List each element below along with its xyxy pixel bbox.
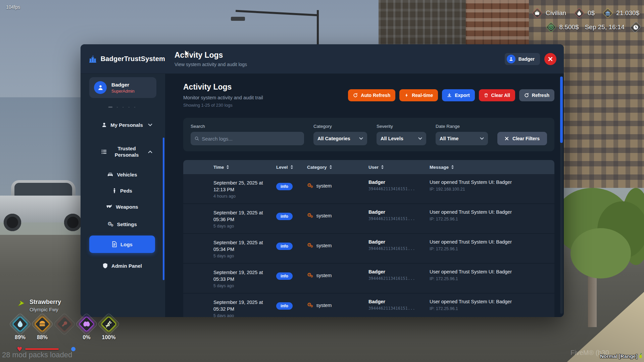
date-range-select[interactable]: All Time [436,132,488,145]
lightning-icon [404,93,409,98]
panel-body: Badger SuperAdmin - - - -My PersonalsTru… [81,74,564,317]
table-row: September 19, 2025 at05:32 PM5 days agoi… [183,294,554,317]
level-badge: info [276,213,293,220]
log-user: Badger [368,179,430,185]
page-title: Activity Logs [175,51,505,60]
auto-refresh-button[interactable]: Auto Refresh [348,89,395,101]
category-select[interactable]: All Categories [313,132,367,145]
log-time: 05:34 PM [213,246,276,253]
dirty-money-value: 8.500$ [559,23,579,31]
dash-icon [107,104,113,110]
sidebar-item-admin-panel[interactable]: Admin Panel [89,258,155,273]
list-icon [101,149,107,155]
showing-count: Showing 1-25 of 230 logs [183,103,263,108]
log-ago: 5 days ago [213,283,276,288]
sidebar-item-label: - - - - [117,105,137,109]
log-ip: IP: 172.25.96.1 [430,276,554,281]
severity-label: Severity [377,124,426,129]
logs-table: Time Level Category User Message Septemb… [183,160,554,317]
sidebar-item-settings[interactable]: ⚙⚙Settings [89,217,155,231]
log-user-id: 3944462113416151... [368,306,430,311]
chevron-down-icon [480,137,484,140]
search-input[interactable] [201,136,300,142]
sort-level[interactable]: Level [276,165,307,170]
sidebar-item-weapons[interactable]: Weapons [89,200,155,213]
sidebar-item-dashboard[interactable]: - - - - [89,102,155,112]
log-date: September 19, 2025 at [213,269,276,276]
clear-filters-button[interactable]: Clear Filters [497,132,547,145]
chevron-up-icon [148,150,152,153]
content-scrollbar-track [560,76,563,314]
refresh-icon [524,93,529,98]
gears-icon: ⚙⚙ [307,183,313,189]
log-ago: 5 days ago [213,224,276,228]
button-label: Refresh [532,93,549,98]
street-name: Olympic Fwy [30,307,61,312]
fps-counter: 104fps [6,4,20,10]
log-ago: 5 days ago [213,254,276,258]
droplet-icon [11,315,29,333]
sort-icon [226,165,229,169]
sort-user[interactable]: User [368,165,430,170]
sidebar-item-my-personals[interactable]: My Personals [89,117,155,132]
sidebar-item-logs[interactable]: Logs [89,236,155,253]
dirty-money-indicator: $ 8.500$ [546,22,579,32]
sidebar-item-peds[interactable]: Peds [89,184,155,197]
street-lamp-pole [317,10,319,46]
sidebar-item-vehicles[interactable]: Vehicles [89,168,155,181]
category-label: Category [313,124,367,129]
location-indicator: Strawberry Olympic Fwy [17,299,61,312]
sidebar-nav: - - - -My PersonalsTrusted PersonalsVehi… [81,102,165,273]
log-message: User opened Trust System UI: Badger [430,239,554,245]
log-date: September 19, 2025 at [213,209,276,216]
refresh-button[interactable]: Refresh [519,89,554,101]
sidebar-item-label: Admin Panel [111,263,142,269]
sort-time[interactable]: Time [213,165,276,170]
clock-icon [631,21,641,33]
content-scrollbar-thumb[interactable] [560,76,563,143]
close-icon [548,57,553,61]
log-date: September 19, 2025 at [213,239,276,246]
sidebar-item-label: Settings [117,221,137,227]
content-subtitle: Monitor system activity and audit trail [183,95,263,100]
sort-message[interactable]: Message [430,165,554,170]
building-dark [379,0,468,47]
sidebar-user-role: SuperAdmin [111,89,135,94]
export-button[interactable]: Export [442,89,475,101]
file-icon [112,241,117,247]
sort-category[interactable]: Category [307,165,368,170]
sidebar-scrollbar-thumb[interactable] [163,138,164,280]
health-meter [25,348,59,350]
action-buttons: Auto Refresh Real-time Export Clear [348,89,554,101]
table-row: September 19, 2025 at05:33 PM5 days agoi… [183,264,554,294]
close-button[interactable] [544,53,556,65]
button-label: Export [455,93,469,98]
page-subtitle: View system activity and audit logs [175,62,505,67]
clear-all-button[interactable]: Clear All [479,89,515,101]
stat-brain: 0% [78,315,95,341]
log-category: system [316,243,332,248]
gears-icon: ⚙⚙ [307,302,313,308]
real-time-button[interactable]: Real-time [399,89,438,101]
severity-select[interactable]: All Levels [377,132,426,145]
sidebar-user-card[interactable]: Badger SuperAdmin [89,77,156,98]
panel-controls: Badger [505,53,564,65]
log-category: system [316,183,332,189]
log-time: 05:32 PM [213,306,276,312]
search-label: Search [191,124,304,129]
car-icon [107,172,113,177]
download-icon [447,93,452,98]
gears-icon: ⚙⚙ [307,272,313,278]
log-category: system [316,273,332,278]
log-ip: IP: 172.25.96.1 [430,217,554,221]
person-icon [101,122,107,128]
gears-icon: ⚙⚙ [307,243,313,248]
user-menu-button[interactable]: Badger [505,53,540,65]
severity-group: Severity All Levels [377,124,426,145]
zone-name: Strawberry [30,299,61,306]
sidebar-item-trusted-personals[interactable]: Trusted Personals [89,141,155,162]
log-ip: IP: 172.25.96.1 [430,306,554,311]
ped-icon [112,188,117,194]
gears-icon: ⚙⚙ [107,221,113,227]
mouse-cursor [184,50,191,58]
